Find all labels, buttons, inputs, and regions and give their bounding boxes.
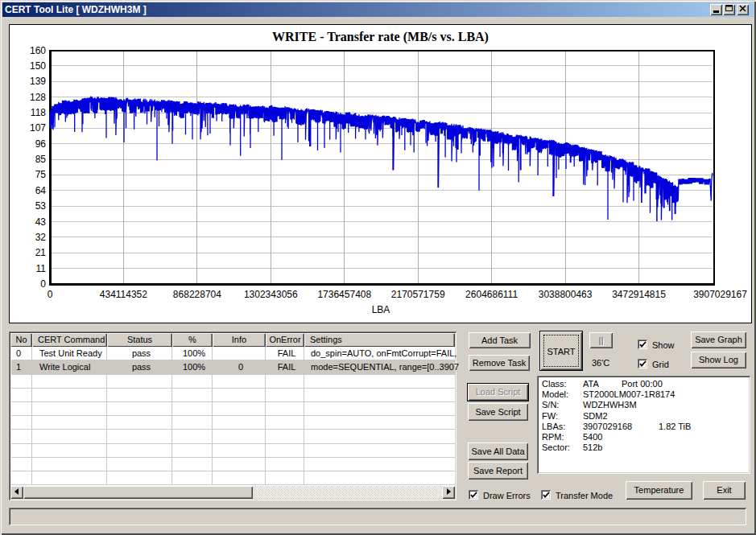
svg-text:868228704: 868228704: [173, 289, 221, 300]
svg-text:3038800463: 3038800463: [539, 289, 593, 300]
svg-text:3472914815: 3472914815: [612, 289, 666, 300]
svg-text:43: 43: [35, 216, 47, 228]
svg-text:107: 107: [30, 122, 46, 134]
svg-text:2604686111: 2604686111: [465, 289, 518, 300]
svg-text:0: 0: [48, 289, 53, 300]
svg-text:21: 21: [35, 247, 47, 258]
svg-text:96: 96: [35, 138, 47, 150]
svg-text:64: 64: [35, 185, 47, 196]
svg-text:160: 160: [30, 45, 46, 56]
svg-text:85: 85: [35, 154, 47, 165]
svg-text:434114352: 434114352: [100, 289, 148, 300]
svg-text:139: 139: [30, 76, 46, 87]
svg-text:3907029167: 3907029167: [693, 289, 747, 300]
svg-text:53: 53: [35, 200, 47, 212]
svg-text:75: 75: [35, 169, 47, 180]
svg-text:LBA: LBA: [372, 304, 390, 315]
svg-text:128: 128: [30, 92, 46, 103]
svg-text:2170571759: 2170571759: [391, 289, 445, 300]
svg-text:118: 118: [31, 107, 46, 118]
svg-text:0: 0: [40, 278, 46, 290]
svg-text:11: 11: [36, 263, 47, 274]
svg-text:32: 32: [35, 232, 47, 243]
svg-text:150: 150: [30, 60, 46, 72]
svg-text:1302343056: 1302343056: [244, 289, 298, 300]
svg-text:1736457408: 1736457408: [317, 289, 371, 300]
